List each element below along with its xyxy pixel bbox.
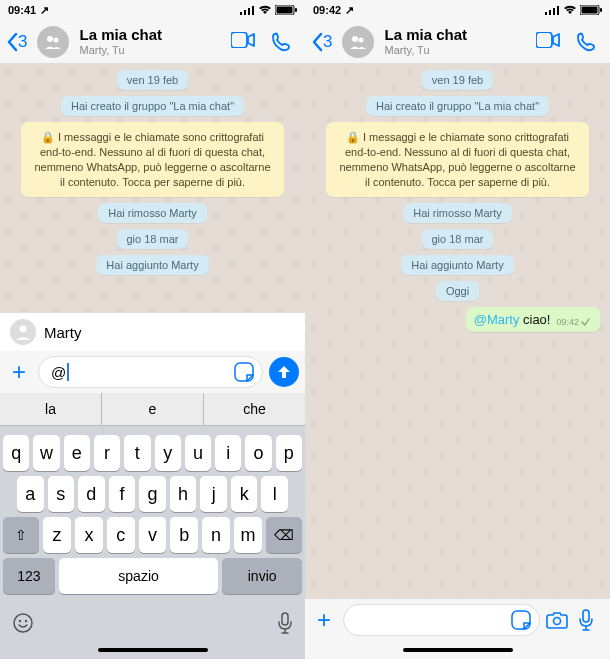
status-bar: 09:42 ↗ (305, 0, 610, 20)
group-avatar[interactable] (37, 26, 69, 58)
keyboard-toolbar (0, 605, 305, 641)
svg-rect-17 (549, 10, 551, 15)
backspace-key[interactable]: ⌫ (266, 517, 302, 553)
emoji-button[interactable] (12, 612, 34, 634)
encryption-notice[interactable]: 🔒 I messaggi e le chiamate sono crittogr… (326, 122, 588, 197)
suggestion[interactable]: che (204, 393, 305, 425)
key[interactable]: j (200, 476, 227, 512)
key[interactable]: n (202, 517, 230, 553)
key[interactable]: f (109, 476, 136, 512)
key[interactable]: z (43, 517, 71, 553)
return-key[interactable]: invio (222, 558, 302, 594)
chat-title-block[interactable]: La mia chat Marty, Tu (79, 27, 227, 56)
dictation-button[interactable] (277, 612, 293, 634)
video-call-button[interactable] (536, 32, 560, 52)
signal-icon (545, 5, 560, 15)
key[interactable]: k (231, 476, 258, 512)
svg-rect-16 (545, 12, 547, 15)
key[interactable]: x (75, 517, 103, 553)
key[interactable]: a (17, 476, 44, 512)
svg-point-24 (359, 37, 364, 42)
shift-key[interactable]: ⇧ (3, 517, 39, 553)
chat-title: La mia chat (384, 27, 532, 44)
attach-button[interactable]: + (6, 358, 32, 386)
key[interactable]: t (124, 435, 150, 471)
key[interactable]: u (185, 435, 211, 471)
svg-rect-2 (248, 8, 250, 15)
camera-button[interactable] (546, 611, 572, 629)
check-icon (581, 318, 593, 326)
date-pill: Oggi (436, 281, 479, 301)
send-icon (276, 364, 292, 380)
wifi-icon (563, 5, 577, 15)
input-row: + (305, 598, 610, 641)
numbers-key[interactable]: 123 (3, 558, 55, 594)
back-button[interactable]: 3 (311, 32, 332, 52)
key[interactable]: r (94, 435, 120, 471)
key[interactable]: g (139, 476, 166, 512)
chat-title-block[interactable]: La mia chat Marty, Tu (384, 27, 532, 56)
key[interactable]: c (107, 517, 135, 553)
message-input-value: @ (51, 364, 66, 381)
key[interactable]: y (155, 435, 181, 471)
attach-button[interactable]: + (311, 606, 337, 634)
svg-rect-6 (295, 8, 297, 12)
svg-point-8 (54, 37, 59, 42)
group-icon (348, 32, 368, 52)
back-button[interactable]: 3 (6, 32, 27, 52)
screen-left: 09:41 ↗ 3 La mia chat Marty, Tu (0, 0, 305, 659)
svg-rect-9 (231, 32, 247, 48)
key[interactable]: v (139, 517, 167, 553)
text-cursor (67, 363, 69, 381)
key[interactable]: m (234, 517, 262, 553)
suggestion[interactable]: la (0, 393, 102, 425)
key[interactable]: e (64, 435, 90, 471)
space-key[interactable]: spazio (59, 558, 218, 594)
voice-call-button[interactable] (271, 32, 291, 52)
sticker-button[interactable] (511, 610, 531, 630)
svg-rect-19 (557, 6, 559, 15)
video-call-button[interactable] (231, 32, 255, 52)
chat-header: 3 La mia chat Marty, Tu (0, 20, 305, 64)
home-indicator[interactable] (0, 641, 305, 659)
key[interactable]: o (245, 435, 271, 471)
home-indicator[interactable] (305, 641, 610, 659)
key[interactable]: q (3, 435, 29, 471)
key[interactable]: b (170, 517, 198, 553)
svg-rect-25 (536, 32, 552, 48)
encryption-notice[interactable]: 🔒 I messaggi e le chiamate sono crittogr… (21, 122, 283, 197)
suggestion[interactable]: e (102, 393, 204, 425)
group-avatar[interactable] (342, 26, 374, 58)
svg-point-27 (554, 618, 561, 625)
svg-point-10 (20, 326, 27, 333)
key[interactable]: i (215, 435, 241, 471)
person-icon (14, 323, 32, 341)
key[interactable]: s (48, 476, 75, 512)
svg-rect-15 (282, 613, 288, 625)
voice-call-button[interactable] (576, 32, 596, 52)
group-icon (43, 32, 63, 52)
location-icon: ↗ (345, 4, 354, 17)
voice-message-button[interactable] (578, 609, 604, 631)
back-count: 3 (18, 32, 27, 52)
outgoing-message[interactable]: @Marty ciao! 09:42 (466, 307, 600, 332)
key[interactable]: d (78, 476, 105, 512)
send-button[interactable] (269, 357, 299, 387)
chat-body[interactable]: ven 19 feb Hai creato il gruppo "La mia … (305, 64, 610, 598)
message-input[interactable] (343, 604, 540, 636)
mention-suggestion-bar[interactable]: Marty (0, 312, 305, 351)
key[interactable]: l (261, 476, 288, 512)
location-icon: ↗ (40, 4, 49, 17)
signal-icon (240, 5, 255, 15)
sticker-button[interactable] (234, 362, 254, 382)
chat-title: La mia chat (79, 27, 227, 44)
chat-body[interactable]: ven 19 feb Hai creato il gruppo "La mia … (0, 64, 305, 312)
message-input[interactable]: @ (38, 356, 263, 388)
battery-icon (275, 5, 297, 15)
svg-point-13 (19, 620, 21, 622)
system-message: Hai aggiunto Marty (401, 255, 513, 275)
key[interactable]: p (276, 435, 302, 471)
svg-rect-3 (252, 6, 254, 15)
key[interactable]: w (33, 435, 59, 471)
key[interactable]: h (170, 476, 197, 512)
